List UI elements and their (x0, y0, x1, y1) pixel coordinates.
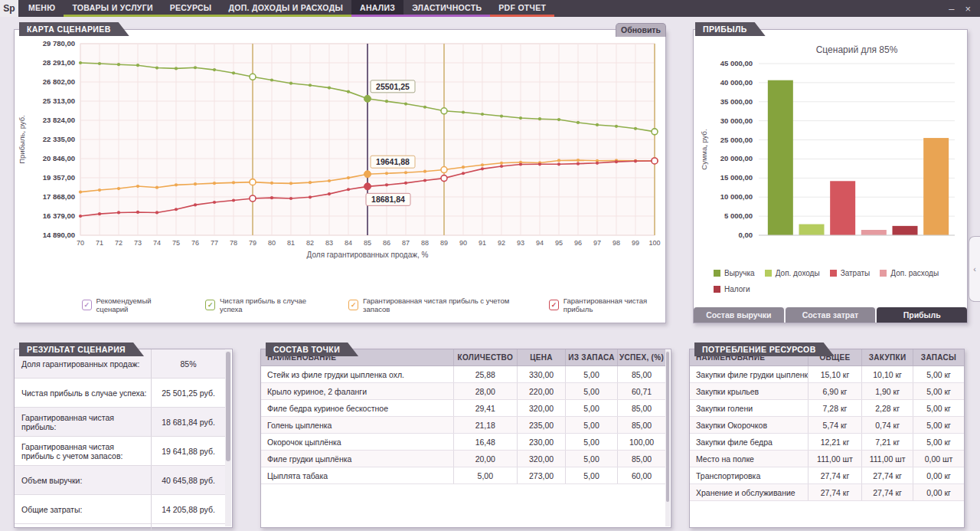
svg-text:84: 84 (345, 239, 352, 247)
cell: 27,74 кг (808, 467, 861, 483)
cell: 85,00 (617, 417, 665, 433)
resource-row[interactable]: Хранение и обслуживание27,74 кг27,74 кг0… (690, 484, 964, 501)
menu-tab-extra[interactable]: ДОП. ДОХОДЫ И РАСХОДЫ (220, 0, 351, 17)
scenario-map-panel-title: КАРТА СЦЕНАРИЕВ (19, 22, 129, 36)
point-row[interactable]: Голень цыпленка21,18235,005,0085,00 (261, 417, 665, 434)
point-row[interactable]: Цыплята табака5,00273,005,0060,00 (261, 467, 665, 484)
svg-text:95: 95 (555, 239, 563, 247)
point-row[interactable]: Филе грудки цыплёнка20,00320,005,0085,00 (261, 451, 665, 467)
result-row[interactable]: Гарантированная чистая прибыль:18 681,84… (15, 408, 225, 437)
collapse-panel-handle[interactable]: ‹ (969, 236, 980, 302)
resources-panel: НАИМЕНОВАНИЕОБЩЕЕЗАКУПКИЗАПАСЫЗакупки фи… (689, 349, 965, 528)
resource-row[interactable]: Транспортировка27,74 кг27,74 кг0,00 кг (690, 467, 964, 484)
scenario-line-chart[interactable]: 25501,2519641,8818681,847071727374757677… (15, 30, 664, 272)
legend-checkbox-2[interactable]: ✓ (348, 300, 358, 310)
app-logo[interactable]: Sp (0, 0, 18, 17)
cell: 5,00 кг (913, 383, 964, 399)
svg-text:19641,88: 19641,88 (376, 157, 410, 166)
cell: 5,00 (565, 417, 617, 433)
svg-text:20 846,00: 20 846,00 (43, 154, 75, 162)
cell: Закупки филе бедра (690, 434, 808, 450)
resource-row[interactable]: Закупки Окорочков5,74 кг0,74 кг5,00 кг (690, 417, 964, 434)
cell: 21,18 (453, 417, 518, 433)
point-composition-scrollbar[interactable] (665, 350, 670, 526)
menu-tab-elasticity[interactable]: ЭЛАСТИЧНОСТЬ (403, 0, 490, 17)
resource-row[interactable]: Закупки крыльев6,90 кг1,90 кг5,00 кг (690, 383, 964, 400)
legend-label: Гарантированная чистая прибыль (564, 297, 665, 313)
bar-legend-item-1: Доп. доходы (765, 269, 820, 277)
resource-row[interactable]: Закупки голени7,28 кг2,28 кг5,00 кг (690, 400, 964, 417)
svg-text:91: 91 (479, 239, 486, 247)
svg-text:22 335,00: 22 335,00 (43, 135, 75, 143)
menu-tab-menu[interactable]: МЕНЮ (20, 0, 64, 17)
chevron-left-icon: ‹ (973, 264, 976, 274)
cell: Филе грудки цыплёнка (261, 451, 453, 467)
svg-text:90: 90 (459, 239, 467, 247)
resource-row[interactable]: Место на полке111,00 шт111,00 шт0,00 шт (690, 451, 964, 467)
cell: 20,00 (453, 451, 518, 467)
point-row[interactable]: Стейк из филе грудки цыпленка охл.25,883… (261, 366, 665, 383)
point-composition-scrollbar-thumb[interactable] (666, 352, 669, 502)
cell: 273,00 (517, 467, 565, 483)
svg-text:99: 99 (632, 239, 639, 247)
result-filler-value (151, 524, 225, 531)
cell: 230,00 (517, 434, 565, 450)
menu-tab-pdf-report[interactable]: PDF ОТЧЕТ (490, 0, 554, 17)
cell: 100,00 (617, 434, 665, 450)
cell: 60,00 (617, 467, 665, 483)
svg-text:17 868,00: 17 868,00 (43, 192, 75, 201)
cell: 5,00 кг (913, 366, 964, 382)
resource-row[interactable]: Закупки филе грудки цыпленка15,10 кг10,1… (690, 366, 964, 383)
point-row[interactable]: Окорочок цыплёнка16,48230,005,00100,00 (261, 434, 665, 451)
cell: Стейк из филе грудки цыпленка охл. (261, 366, 453, 382)
cell: 27,74 кг (861, 484, 913, 500)
legend-checkbox-3[interactable]: ✓ (549, 300, 559, 310)
cell: 6,90 кг (808, 383, 861, 399)
result-row[interactable]: Общие затраты:14 205,88 руб. (15, 495, 225, 524)
cell: 5,00 (565, 366, 617, 382)
profit-tab-1[interactable]: Состав затрат (786, 307, 876, 323)
minimize-button[interactable]: – (949, 4, 954, 14)
cell: 111,00 шт (808, 451, 861, 467)
svg-text:18681,84: 18681,84 (371, 195, 405, 204)
svg-text:98: 98 (612, 239, 620, 247)
cell: Закупки голени (690, 400, 808, 416)
cell: Филе бедра куриное бескостное (261, 400, 453, 416)
legend-checkbox-0[interactable]: ✓ (82, 300, 92, 310)
cell: 12,21 кг (808, 434, 861, 450)
cell: 85,00 (617, 366, 665, 382)
column-header: ЗАКУПКИ (861, 349, 913, 365)
cell: 330,00 (517, 366, 565, 382)
point-row[interactable]: Филе бедра куриное бескостное29,41320,00… (261, 400, 665, 417)
close-button[interactable]: × (965, 4, 971, 14)
profit-bar-chart[interactable]: Сценарий для 85%45 000,0040 000,0035 000… (696, 36, 963, 267)
svg-text:5 000,00: 5 000,00 (724, 211, 753, 220)
svg-text:76: 76 (191, 239, 199, 247)
svg-text:79: 79 (249, 239, 256, 247)
profit-tab-0[interactable]: Состав выручки (694, 307, 784, 323)
cell: 29,41 (453, 400, 518, 416)
legend-swatch (830, 270, 837, 277)
column-header: ЦЕНА (517, 349, 565, 365)
menu-tab-goods[interactable]: ТОВАРЫ И УСЛУГИ (64, 0, 161, 17)
refresh-button[interactable]: Обновить (616, 23, 666, 37)
result-row[interactable]: Гарантированная чистая прибыль с учетом … (15, 437, 225, 466)
svg-text:93: 93 (517, 239, 524, 247)
cell: 5,00 (565, 434, 617, 450)
bar-legend-item-3: Доп. расходы (880, 269, 939, 277)
result-row[interactable]: Чистая прибыль в случае успеха:25 501,25… (15, 379, 225, 408)
profit-tab-2[interactable]: Прибыль (877, 307, 967, 323)
cell: 60,71 (617, 383, 665, 399)
legend-item-0: ✓Рекомендуемый сценарий (82, 297, 175, 313)
result-scrollbar[interactable] (225, 350, 231, 526)
resource-row[interactable]: Закупки филе бедра12,21 кг7,21 кг5,00 кг (690, 434, 964, 451)
result-row[interactable]: Объем выручки:40 645,88 руб. (15, 466, 225, 495)
result-row-value: 25 501,25 руб. (151, 379, 225, 407)
menu-tab-analysis[interactable]: АНАЛИЗ (351, 0, 403, 17)
svg-text:25501,25: 25501,25 (376, 82, 410, 91)
cell: Закупки крыльев (690, 383, 808, 399)
legend-checkbox-1[interactable]: ✓ (205, 300, 215, 310)
result-scrollbar-thumb[interactable] (226, 352, 230, 461)
point-row[interactable]: Крыло куриное, 2 фаланги28,00220,005,006… (261, 383, 665, 400)
menu-tab-resources[interactable]: РЕСУРСЫ (162, 0, 220, 17)
